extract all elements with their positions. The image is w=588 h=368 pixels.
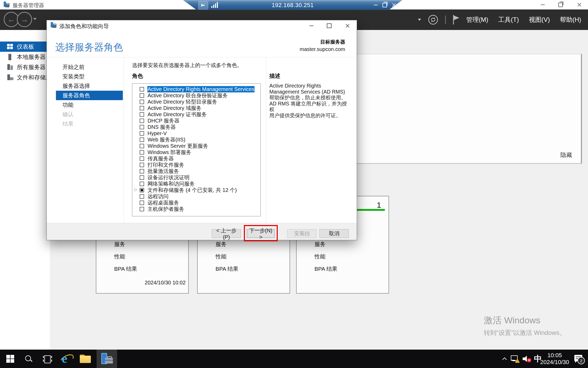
role-checkbox[interactable] [140,106,144,110]
role-row[interactable]: 设备运行状况证明 [132,174,260,181]
roles-listbox[interactable]: Active Directory Rights Management Servi… [132,83,261,216]
file-explorer-button[interactable] [79,350,92,368]
wizard-step[interactable]: 开始之前 [56,62,123,72]
role-row[interactable]: ▷文件和存储服务 (4 个已安装, 共 12 个) [132,187,260,193]
window-restore-button[interactable] [555,1,565,8]
window-minimize-button[interactable] [538,1,548,8]
role-row[interactable]: Windows 部署服务 [132,149,260,155]
sidebar-item-local-server[interactable]: 本地服务器 [0,52,50,62]
role-checkbox[interactable] [140,175,144,180]
nav-history-dropdown-icon[interactable] [33,18,37,20]
refresh-icon[interactable] [428,14,438,25]
menubar-item[interactable]: 视图(V) [529,16,550,24]
role-checkbox[interactable] [140,87,144,91]
rdp-minimize-button[interactable] [372,2,379,8]
role-row[interactable]: Web 服务器(IIS) [132,136,260,143]
tile-row-link[interactable]: BPA 结果 [114,265,137,273]
role-checkbox[interactable] [140,125,144,129]
volume-button[interactable] [521,350,532,368]
sidebar-item-file-storage[interactable]: 文件和存储服务 [0,72,50,83]
role-row[interactable]: 网络策略和访问服务 [132,181,260,187]
tile-row-link[interactable]: 性能 [314,253,337,260]
role-label: 传真服务器 [148,155,174,162]
role-row[interactable]: DNS 服务器 [132,124,260,130]
role-checkbox[interactable] [140,137,144,142]
task-view-button[interactable] [41,350,54,368]
flag-icon[interactable] [453,15,459,24]
wizard-step[interactable]: 功能 [56,100,123,110]
role-label: Windows Server 更新服务 [148,142,208,150]
tile-row-link[interactable]: 服务 [314,241,337,248]
menubar-item[interactable]: 管理(M) [466,16,488,24]
role-row[interactable]: 打印和文件服务 [132,162,260,168]
role-checkbox[interactable] [140,112,144,117]
role-row[interactable]: Active Directory Rights Management Servi… [132,86,260,92]
taskbar-clock[interactable]: 10:05 2024/10/30 [540,350,569,368]
tile-count-badge[interactable]: 1 [377,201,381,209]
notifications-dropdown-icon[interactable] [418,19,421,21]
tray-expand-button[interactable] [500,350,509,368]
hide-welcome-link[interactable]: 隐藏 [560,151,572,159]
sidebar-item-dashboard[interactable]: 仪表板 [0,42,50,52]
role-row[interactable]: 远程桌面服务 [132,200,260,206]
forward-button[interactable]: → [17,12,32,27]
role-checkbox[interactable] [140,169,144,173]
role-row[interactable]: Active Directory 域服务 [132,105,260,111]
window-close-button[interactable] [574,1,584,8]
wizard-step[interactable]: 服务器选择 [56,81,123,91]
start-button[interactable] [4,350,16,368]
internet-explorer-button[interactable]: e [59,350,73,368]
role-checkbox[interactable] [140,144,144,148]
tile-row-link[interactable]: 服务 [216,241,238,248]
wizard-step[interactable]: 服务器角色 [56,91,123,100]
wizard-minimize-button[interactable] [307,22,316,30]
tile-row-link[interactable]: BPA 结果 [216,265,238,273]
role-row[interactable]: 远程访问 [132,193,260,200]
role-checkbox[interactable] [140,150,144,155]
role-checkbox[interactable] [140,100,144,104]
role-checkbox[interactable] [140,201,144,205]
tile-row-link[interactable]: BPA 结果 [314,265,337,273]
role-row[interactable]: Active Directory 证书服务 [132,111,260,117]
folder-icon [80,355,91,363]
tile-row-link[interactable]: 服务 [114,241,137,248]
role-checkbox[interactable] [140,188,144,192]
wizard-step[interactable]: 安装类型 [56,72,123,81]
server-manager-taskbar-button[interactable] [97,350,117,368]
role-label: 设备运行状况证明 [148,174,190,181]
role-checkbox[interactable] [140,207,144,211]
wizard-close-button[interactable] [343,22,352,30]
role-label: Active Directory 轻型目录服务 [148,98,217,105]
role-row[interactable]: 传真服务器 [132,155,260,162]
role-checkbox[interactable] [140,119,144,123]
role-row[interactable]: Active Directory 轻型目录服务 [132,99,260,105]
wizard-maximize-button[interactable] [324,22,334,30]
role-checkbox[interactable] [140,163,144,167]
window-title: 服务器管理器 [13,2,44,9]
sidebar-item-label: 所有服务器 [17,63,46,71]
rdp-restore-button[interactable] [381,2,388,8]
role-row[interactable]: 主机保护者服务 [132,206,260,212]
taskbar-search-button[interactable] [23,350,35,368]
menubar-item[interactable]: 帮助(H) [560,16,581,24]
tile-row-link[interactable]: 性能 [216,253,238,260]
menubar-item[interactable]: 工具(T) [498,16,519,24]
role-row[interactable]: DHCP 服务器 [132,117,260,124]
role-checkbox[interactable] [140,156,144,161]
role-checkbox[interactable] [140,182,144,186]
role-checkbox[interactable] [140,93,144,98]
cancel-button[interactable]: 取消 [319,229,349,238]
role-row[interactable]: Windows Server 更新服务 [132,143,260,149]
expand-arrow-icon[interactable]: ▷ [134,187,138,192]
back-step-button[interactable]: < 上一步(P) [212,229,241,238]
tile-row-link[interactable]: 性能 [114,253,137,260]
role-row[interactable]: Hyper-V [132,130,260,136]
role-row[interactable]: 批量激活服务 [132,168,260,174]
role-checkbox[interactable] [140,194,144,199]
role-checkbox[interactable] [140,131,144,136]
action-center-button[interactable]: 2 [572,350,586,368]
network-status-button[interactable] [510,350,521,368]
role-row[interactable]: Active Directory 联合身份验证服务 [132,92,260,99]
sidebar-item-all-servers[interactable]: 所有服务器 [0,62,50,72]
tile-row-list: 服务性能BPA 结果 [114,241,137,273]
